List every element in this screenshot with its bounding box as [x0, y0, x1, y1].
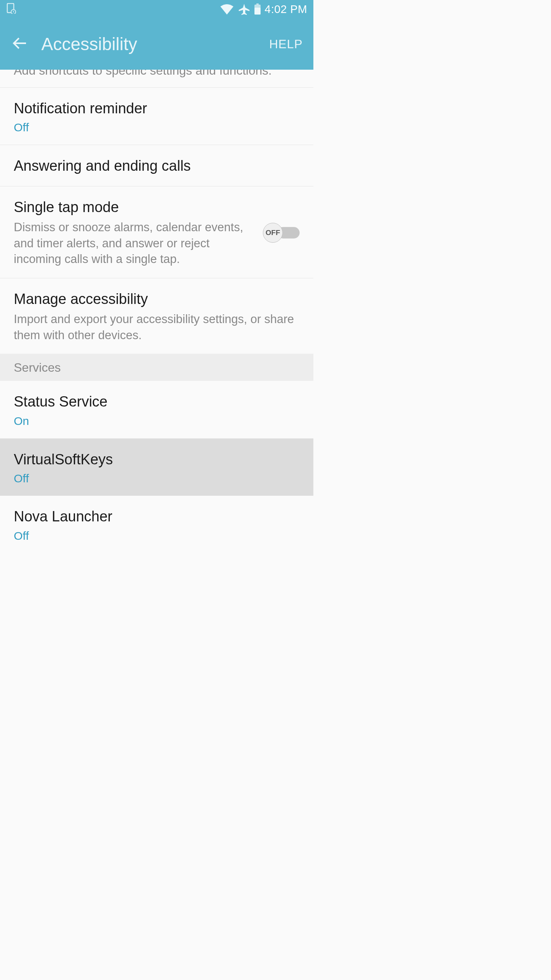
status-left: [6, 3, 16, 15]
toggle-knob: OFF: [263, 223, 283, 243]
wifi-icon: [220, 3, 234, 15]
notification-reminder-item[interactable]: Notification reminder Off: [0, 88, 313, 145]
item-title: Answering and ending calls: [14, 157, 300, 175]
status-service-item[interactable]: Status Service On: [0, 381, 313, 438]
manage-accessibility-item[interactable]: Manage accessibility Import and export y…: [0, 278, 313, 354]
item-title: Manage accessibility: [14, 290, 300, 309]
item-title: Notification reminder: [14, 99, 300, 118]
back-arrow-icon[interactable]: [11, 35, 28, 53]
item-status: Off: [14, 121, 300, 134]
svg-rect-4: [254, 8, 261, 15]
item-description: Dismiss or snooze alarms, calendar event…: [14, 219, 255, 268]
item-title: Status Service: [14, 392, 300, 411]
services-section-header: Services: [0, 354, 313, 381]
item-title: VirtualSoftKeys: [14, 450, 300, 469]
nova-launcher-item[interactable]: Nova Launcher Off: [0, 496, 313, 551]
app-bar: Accessibility HELP: [0, 18, 313, 70]
shortcuts-description: Add shortcuts to specific settings and f…: [0, 70, 313, 88]
item-title: Nova Launcher: [14, 507, 300, 526]
battery-icon: [254, 3, 261, 15]
answering-ending-calls-item[interactable]: Answering and ending calls: [0, 145, 313, 186]
single-tap-mode-item[interactable]: Single tap mode Dismiss or snooze alarms…: [0, 186, 313, 278]
svg-rect-2: [256, 3, 259, 5]
status-time: 4:02 PM: [265, 3, 308, 16]
item-title: Single tap mode: [14, 198, 255, 217]
status-right: 4:02 PM: [220, 3, 308, 16]
single-tap-toggle[interactable]: OFF: [263, 224, 300, 241]
status-bar: 4:02 PM: [0, 0, 313, 18]
virtualsoftkeys-item[interactable]: VirtualSoftKeys Off: [0, 439, 313, 496]
content-area: Add shortcuts to specific settings and f…: [0, 70, 313, 551]
item-status: On: [14, 415, 300, 428]
help-button[interactable]: HELP: [269, 37, 303, 51]
item-status: Off: [14, 529, 300, 542]
airplane-icon: [238, 3, 250, 15]
item-status: Off: [14, 472, 300, 485]
item-description: Import and export your accessibility set…: [14, 311, 300, 343]
page-title: Accessibility: [41, 34, 137, 54]
tablet-clock-icon: [6, 3, 16, 15]
